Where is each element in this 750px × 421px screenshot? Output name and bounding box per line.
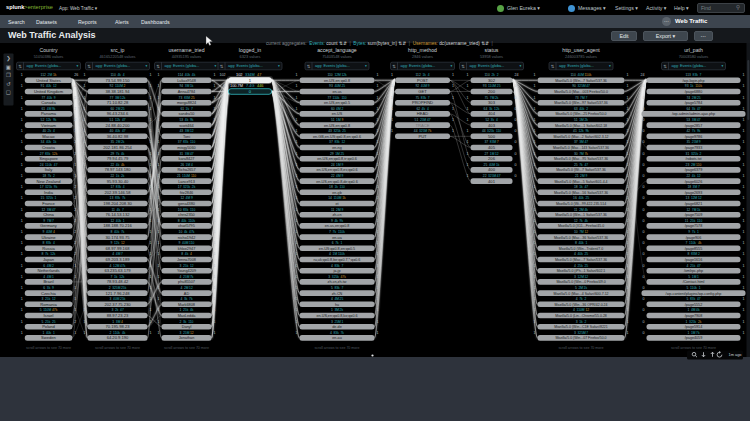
svg-text:4k: 4k: [334, 219, 338, 223]
svg-text:83k: 83k: [334, 264, 340, 268]
svg-text:1k: 1k: [496, 163, 500, 167]
svg-text:25: 25: [341, 152, 345, 156]
svg-text:1: 1: [377, 308, 379, 312]
svg-text:1: 1: [214, 331, 216, 335]
svg-text:1k: 1k: [579, 320, 583, 324]
svg-text:25k: 25k: [690, 219, 696, 223]
svg-text:1: 1: [743, 320, 745, 324]
svg-text:7k: 7k: [48, 174, 52, 178]
svg-text:▾: ▾: [365, 64, 367, 68]
svg-text:1: 1: [743, 275, 745, 279]
svg-text:25M: 25M: [420, 118, 427, 122]
svg-text:1: 1: [296, 73, 298, 77]
svg-text:12: 12: [190, 331, 194, 335]
svg-text:25: 25: [52, 320, 56, 324]
svg-text:1: 1: [534, 196, 536, 200]
svg-text:4M: 4M: [47, 264, 52, 268]
svg-text:1: 1: [21, 96, 23, 100]
svg-text:1: 1: [452, 107, 454, 111]
svg-text:47k: 47k: [120, 264, 126, 268]
svg-text:1: 1: [158, 219, 160, 223]
svg-text:110: 110: [327, 73, 332, 77]
svg-text:121.7.96.248: 121.7.96.248: [106, 291, 131, 296]
svg-text:25: 25: [121, 107, 125, 111]
svg-text:Ukraine: Ukraine: [41, 235, 56, 240]
svg-text:83k: 83k: [334, 331, 340, 335]
svg-text:40k: 40k: [578, 241, 584, 245]
svg-text:10: 10: [179, 230, 183, 234]
svg-text:/wp-admin/admin-ajax.php: /wp-admin/admin-ajax.php: [672, 112, 715, 116]
svg-text:2M: 2M: [116, 140, 121, 144]
svg-text:China: China: [43, 212, 54, 217]
svg-text:0: 0: [643, 118, 645, 122]
svg-text:3M: 3M: [579, 140, 584, 144]
svg-text:37: 37: [178, 140, 182, 144]
svg-text:7: 7: [111, 275, 113, 279]
svg-text:18: 18: [687, 185, 691, 189]
svg-text:1: 1: [341, 241, 343, 245]
svg-text:❯: ❯: [6, 55, 11, 62]
svg-text:7: 7: [686, 241, 688, 245]
svg-text:1: 1: [214, 320, 216, 324]
svg-text:2M: 2M: [691, 163, 696, 167]
svg-text:Mozilla/5.0 (Mac...143 Safari/: Mozilla/5.0 (Mac...143 Safari/537.36: [553, 146, 609, 150]
svg-text:6: 6: [43, 286, 45, 290]
svg-text:25: 25: [585, 252, 589, 256]
svg-text:1: 1: [377, 275, 379, 279]
svg-text:Lukas9548: Lukas9548: [177, 79, 196, 83]
svg-text:PUT: PUT: [418, 134, 427, 139]
svg-text:83M: 83M: [184, 96, 191, 100]
svg-text:1: 1: [21, 331, 23, 335]
svg-text:47k: 47k: [341, 275, 347, 279]
svg-text:2: 2: [124, 84, 126, 88]
svg-text:Mozilla/5.0 (Mac...56 Safari/5: Mozilla/5.0 (Mac...56 Safari/537.36: [554, 191, 608, 195]
svg-text:agg: Events (globa...: agg: Events (globa...: [672, 64, 707, 68]
svg-text:12k: 12k: [120, 96, 126, 100]
svg-text:1: 1: [214, 73, 216, 77]
svg-text:1: 1: [627, 320, 629, 324]
svg-text:4k: 4k: [116, 163, 120, 167]
svg-text:1: 1: [74, 275, 76, 279]
svg-text:3M: 3M: [185, 152, 190, 156]
svg-text:1: 1: [158, 185, 160, 189]
svg-text:51: 51: [110, 118, 114, 122]
svg-text:sandra50: sandra50: [179, 112, 195, 116]
svg-text:1k: 1k: [697, 208, 701, 212]
svg-text:United States: United States: [36, 78, 61, 83]
svg-text:100.7M: 100.7M: [230, 83, 243, 88]
svg-text:40k: 40k: [185, 73, 191, 77]
svg-text:et: et: [335, 202, 338, 206]
svg-text:1: 1: [585, 241, 587, 245]
svg-text:83k: 83k: [334, 286, 340, 290]
svg-text:7M: 7M: [580, 96, 585, 100]
svg-text:1: 1: [21, 163, 23, 167]
svg-text:6: 6: [332, 241, 334, 245]
svg-text:40M: 40M: [182, 241, 189, 245]
svg-text:1: 1: [296, 174, 298, 178]
svg-text:1: 1: [296, 185, 298, 189]
svg-text:4M: 4M: [186, 196, 191, 200]
svg-text:2M: 2M: [336, 208, 341, 212]
svg-text:8: 8: [687, 252, 689, 256]
svg-text:2: 2: [74, 185, 76, 189]
svg-text:12: 12: [585, 230, 589, 234]
svg-text:1: 1: [214, 264, 216, 268]
svg-text:1: 1: [743, 196, 745, 200]
svg-text:83k: 83k: [116, 185, 122, 189]
svg-text:1: 1: [296, 320, 298, 324]
svg-text:42: 42: [687, 129, 691, 133]
svg-text:1: 1: [341, 320, 343, 324]
svg-text:7: 7: [341, 286, 343, 290]
svg-text:2: 2: [74, 196, 76, 200]
svg-text:Italy: Italy: [45, 167, 53, 172]
svg-text:37: 37: [574, 140, 578, 144]
svg-text:1: 1: [150, 84, 152, 88]
svg-text:44935195 values: 44935195 values: [172, 54, 202, 59]
svg-text:83k: 83k: [690, 297, 696, 301]
svg-text:1: 1: [214, 241, 216, 245]
svg-text:1: 1: [74, 297, 76, 301]
svg-text:12: 12: [52, 297, 56, 301]
svg-text:1: 1: [214, 140, 216, 144]
svg-text:4M: 4M: [47, 275, 52, 279]
svg-text:4k: 4k: [121, 152, 125, 156]
